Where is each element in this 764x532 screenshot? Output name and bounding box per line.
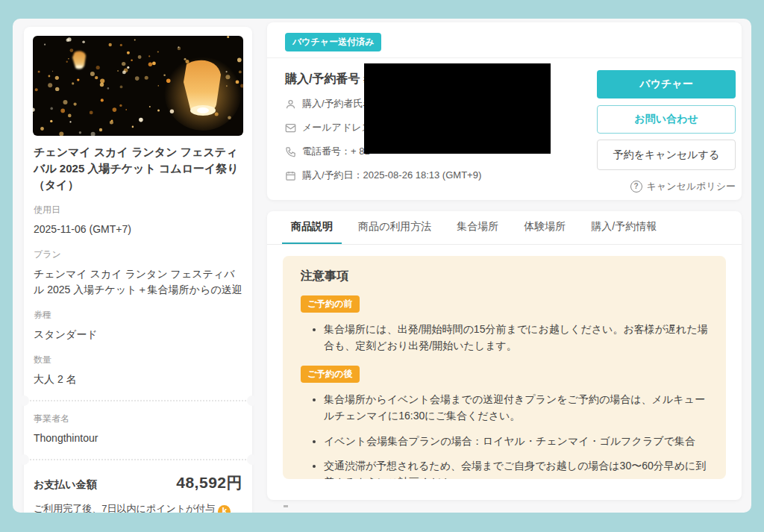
after-booking-list: 集合場所からイベント会場までの送迎付きプランをご予約の場合は、メルキュールチェン… (301, 391, 708, 479)
operator-label: 事業者名 (33, 413, 243, 425)
ticket-perforation (24, 400, 252, 401)
tab-booking-info[interactable]: 購入/予約情報 (582, 211, 666, 244)
points-note: ご利用完了後、7日以内にポイントが付与k329 されます (33, 501, 243, 513)
email-label: メールアドレス (302, 121, 372, 134)
field-value-ticket-type: スタンダード (33, 327, 243, 342)
notice-box: 注意事項 ご予約の前 集合場所には、出発/開始時間の15分前までにお越しください… (283, 256, 726, 479)
ticket-perforation (24, 459, 252, 460)
points-note-text: ご利用完了後、7日以内にポイントが付与 (34, 503, 215, 513)
clipped-content-fragment (284, 505, 288, 507)
payment-amount: 48,592円 (176, 472, 242, 493)
field-label-plan: プラン (33, 248, 243, 261)
before-booking-list: 集合場所には、出発/開始時間の15分前までにお越しください。お客様が遅れた場合も… (301, 321, 708, 354)
product-image (33, 36, 243, 136)
kkday-coin-icon: k (218, 505, 231, 513)
booker-name-label: 購入/予約者氏名 (302, 97, 373, 110)
voucher-status-badge: バウチャー送付済み (285, 33, 381, 51)
field-label-use-date: 使用日 (33, 204, 243, 216)
tab-experience-location[interactable]: 体験場所 (515, 211, 574, 244)
notice-title: 注意事項 (301, 269, 708, 284)
page-content-area: チェンマイ スカイ ランタン フェスティバル 2025 入場チケット コムローイ… (13, 19, 751, 513)
product-title: チェンマイ スカイ ランタン フェスティバル 2025 入場チケット コムローイ… (33, 144, 243, 193)
cancel-booking-button[interactable]: 予約をキャンセルする (597, 140, 736, 170)
tab-how-to-use[interactable]: 商品の利用方法 (349, 211, 440, 244)
tab-product-description[interactable]: 商品説明 (282, 211, 342, 244)
cancel-policy-label: キャンセルポリシー (647, 180, 736, 193)
field-label-quantity: 数量 (33, 354, 243, 366)
notice-item: 集合場所には、出発/開始時間の15分前までにお越しください。お客様が遅れた場合も… (324, 321, 708, 354)
field-value-use-date: 2025-11-06 (GMT+7) (33, 222, 243, 237)
user-icon (285, 98, 296, 110)
calendar-icon (285, 170, 296, 181)
before-booking-badge: ご予約の前 (301, 295, 360, 313)
order-summary-card: チェンマイ スカイ ランタン フェスティバル 2025 入場チケット コムローイ… (24, 27, 252, 513)
after-booking-badge: ご予約の後 (301, 366, 360, 383)
operator-name: Thongthintour (33, 431, 243, 446)
notice-item: イベント会場集合プランの場合：ロイヤル・チェンマイ・ゴルフクラブで集合 (324, 433, 708, 449)
notice-item: 集合場所からイベント会場までの送迎付きプランをご予約の場合は、メルキュールチェン… (324, 391, 708, 425)
contact-button[interactable]: お問い合わせ (597, 105, 736, 134)
product-detail-card: 商品説明 商品の利用方法 集合場所 体験場所 購入/予約情報 注意事項 ご予約の… (267, 211, 742, 500)
field-label-ticket-type: 券種 (33, 309, 243, 322)
booking-info-card: バウチャー送付済み 購入/予約番号 # 購入/予約者氏名 メールアドレス 電話番… (267, 22, 742, 200)
cancel-policy-link[interactable]: ? キャンセルポリシー (597, 180, 736, 193)
help-icon: ? (630, 181, 642, 193)
tab-meeting-point[interactable]: 集合場所 (448, 211, 507, 244)
voucher-button[interactable]: バウチャー (597, 70, 736, 98)
payment-label: お支払い金額 (34, 478, 97, 492)
detail-tabbar: 商品説明 商品の利用方法 集合場所 体験場所 購入/予約情報 (267, 211, 742, 245)
notice-item: 交通渋滞が予想されるため、会場までご自身でお越しの場合は30〜60分早めに到着す… (324, 457, 708, 479)
phone-label: 電話番号：+ 81 (302, 145, 370, 158)
mail-icon (285, 122, 296, 134)
phone-icon (285, 146, 296, 157)
redaction-box (364, 63, 551, 154)
booking-date-label: 購入/予約日：2025-08-26 18:13 (GMT+9) (302, 169, 481, 182)
field-value-quantity: 大人 2 名 (33, 372, 243, 387)
field-value-plan: チェンマイ スカイ ランタン フェスティバル 2025 入場チケット＋集合場所か… (33, 266, 243, 298)
